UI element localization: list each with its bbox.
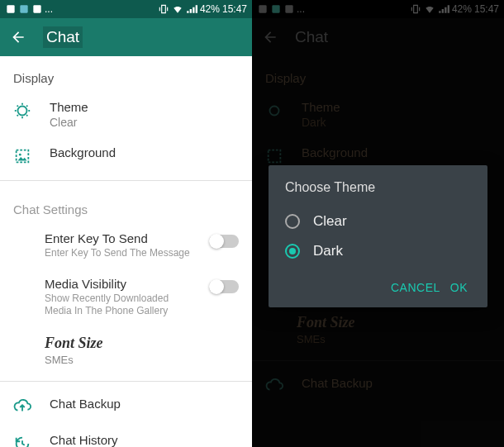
radio-label: Clear — [313, 213, 347, 230]
enter-key-row[interactable]: Enter Key To Send Enter Key To Send The … — [0, 223, 252, 269]
display-header: Display — [0, 56, 252, 92]
ok-button[interactable]: OK — [447, 276, 471, 299]
wifi-icon — [172, 3, 183, 15]
cloud-upload-icon — [13, 398, 31, 416]
back-icon[interactable] — [10, 29, 26, 45]
radio-dark[interactable]: Dark — [285, 236, 471, 266]
backup-label: Chat Backup — [50, 397, 239, 411]
status-bar: ... 42% 15:47 — [0, 0, 252, 18]
theme-value: Clear — [50, 116, 239, 129]
divider — [0, 180, 252, 181]
radio-label: Dark — [313, 243, 343, 259]
svg-rect-0 — [7, 5, 14, 12]
enter-key-title: Enter Key To Send — [45, 231, 191, 245]
dialog-title: Choose Theme — [285, 180, 471, 195]
radio-icon — [285, 214, 300, 229]
enter-key-toggle[interactable] — [209, 235, 239, 248]
vibrate-icon — [158, 3, 169, 15]
enter-key-sub: Enter Key To Send The Message — [45, 247, 191, 260]
font-size-row[interactable]: Font Size SMEs — [0, 326, 252, 374]
battery-text: 42% — [200, 3, 220, 15]
font-size-value: SMEs — [45, 354, 239, 366]
chat-backup-row[interactable]: Chat Backup — [0, 388, 252, 425]
chat-history-row[interactable]: Chat History — [0, 425, 252, 447]
media-toggle[interactable] — [209, 280, 239, 293]
history-icon — [13, 435, 31, 447]
divider — [0, 381, 252, 382]
time-text: 15:47 — [222, 3, 247, 15]
notif-more: ... — [45, 3, 53, 15]
theme-label: Theme — [50, 100, 239, 114]
notif-icon — [18, 3, 30, 15]
svg-point-3 — [18, 107, 27, 116]
chat-settings-header: Chat Settings — [0, 188, 252, 223]
radio-clear[interactable]: Clear — [285, 207, 471, 236]
theme-dialog: Choose Theme Clear Dark CANCEL OK — [269, 165, 487, 307]
history-label: Chat History — [50, 433, 239, 447]
screen-dark: ... 42% 15:47 Chat Display Theme Dark — [252, 0, 504, 447]
media-sub: Show Recently Downloaded Media In The Ph… — [45, 292, 191, 318]
background-row[interactable]: Background — [0, 137, 252, 174]
svg-rect-2 — [33, 5, 40, 12]
screen-light: ... 42% 15:47 Chat Display Theme Clear — [0, 0, 252, 447]
app-bar: Chat — [0, 18, 252, 56]
svg-point-5 — [19, 154, 21, 156]
theme-icon — [13, 102, 31, 120]
media-visibility-row[interactable]: Media Visibility Show Recently Downloade… — [0, 269, 252, 326]
notif-icon — [31, 3, 43, 15]
cancel-button[interactable]: CANCEL — [388, 276, 444, 299]
media-title: Media Visibility — [45, 277, 191, 291]
svg-rect-1 — [20, 5, 27, 12]
notif-icon — [5, 3, 17, 15]
page-title: Chat — [43, 26, 83, 48]
theme-row[interactable]: Theme Clear — [0, 92, 252, 137]
signal-icon — [186, 3, 197, 15]
wallpaper-icon — [13, 147, 31, 165]
font-size-title: Font Size — [45, 335, 239, 352]
radio-icon — [285, 244, 300, 259]
background-label: Background — [50, 145, 239, 159]
